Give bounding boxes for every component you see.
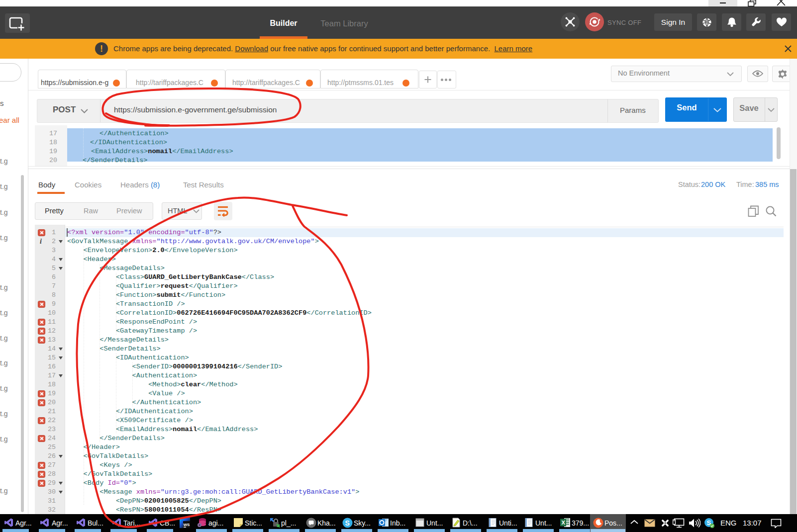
svg-text:WS: WS [184,523,191,527]
svg-text:X: X [562,520,566,526]
svg-text:S: S [345,519,350,527]
